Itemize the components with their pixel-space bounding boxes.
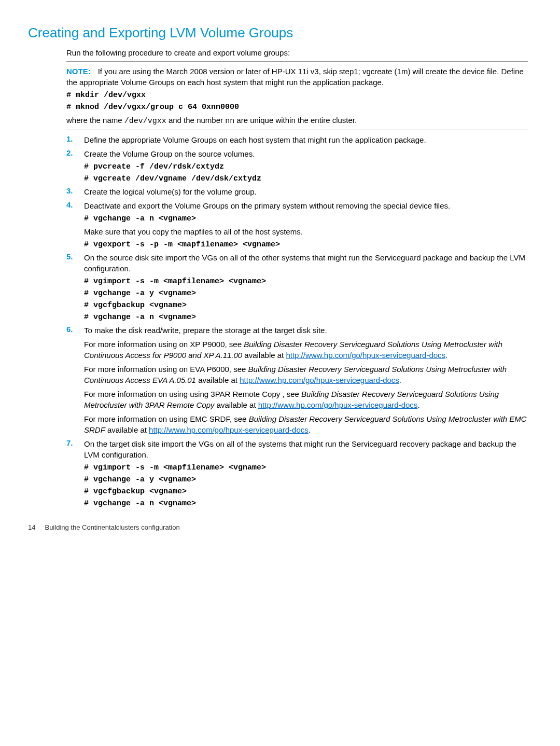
text: available at bbox=[217, 400, 258, 409]
page-footer: 14Building the Continentalclusters confi… bbox=[28, 523, 528, 531]
note-text: If you are using the March 2008 version … bbox=[66, 67, 524, 87]
reference-paragraph: For more information on using using 3PAR… bbox=[84, 389, 528, 410]
text: . bbox=[399, 376, 401, 384]
divider bbox=[66, 130, 528, 130]
command-line: # vgchange -a y <vgname> bbox=[84, 475, 528, 484]
step-item: On the source disk site import the VGs o… bbox=[66, 252, 528, 322]
document-page: Creating and Exporting LVM Volume Groups… bbox=[0, 0, 560, 547]
note-paragraph: NOTE:If you are using the March 2008 ver… bbox=[66, 66, 528, 88]
note-label: NOTE: bbox=[66, 67, 91, 76]
command-line: # vgchange -a y <vgname> bbox=[84, 289, 528, 298]
ordered-steps: Define the appropriate Volume Groups on … bbox=[66, 134, 528, 508]
hyperlink[interactable]: http://www.hp.com/go/hpux-serviceguard-d… bbox=[286, 351, 445, 360]
text: For more information using on EVA P6000,… bbox=[84, 365, 248, 374]
command-line: # vgcreate /dev/vgname /dev/dsk/cxtydz bbox=[84, 174, 528, 183]
text: . bbox=[309, 425, 311, 434]
step-text: On the source disk site import the VGs o… bbox=[84, 252, 528, 274]
step-text: On the target disk site import the VGs o… bbox=[84, 438, 528, 460]
hyperlink[interactable]: http://www.hp.com/go/hpux-serviceguard-d… bbox=[240, 376, 399, 384]
divider bbox=[66, 61, 528, 62]
page-number: 14 bbox=[28, 523, 35, 531]
command-line: # vgexport -s -p -m <mapfilename> <vgnam… bbox=[84, 240, 528, 249]
step-item: Create the Volume Group on the source vo… bbox=[66, 148, 528, 183]
step-text: To make the disk read/write, prepare the… bbox=[84, 325, 528, 336]
command-line: # vgimport -s -m <mapfilename> <vgname> bbox=[84, 463, 528, 472]
text: For more information on using using 3PAR… bbox=[84, 390, 301, 398]
text: available at bbox=[196, 376, 240, 384]
command-line: # vgchange -a n <vgname> bbox=[84, 313, 528, 322]
text: and the number bbox=[166, 116, 225, 125]
text: available at bbox=[105, 425, 149, 434]
step-text: Deactivate and export the Volume Groups … bbox=[84, 200, 528, 211]
command-line: # vgcfgbackup <vgname> bbox=[84, 487, 528, 496]
step-item: On the target disk site import the VGs o… bbox=[66, 438, 528, 508]
text: . bbox=[445, 351, 447, 360]
hyperlink[interactable]: http://www.hp.com/go/hpux-serviceguard-d… bbox=[258, 400, 418, 409]
text: where the name bbox=[66, 116, 124, 125]
command-line: # vgchange -a n <vgname> bbox=[84, 214, 528, 223]
hyperlink[interactable]: http://www.hp.com/go/hpux-serviceguard-d… bbox=[149, 425, 309, 434]
reference-paragraph: For more information using on XP P9000, … bbox=[84, 339, 528, 361]
inline-code: nn bbox=[225, 117, 234, 126]
text: For more information using on XP P9000, … bbox=[84, 340, 244, 349]
step-text: Define the appropriate Volume Groups on … bbox=[84, 134, 528, 145]
intro-paragraph: Run the following procedure to create an… bbox=[66, 47, 528, 58]
section-heading: Creating and Exporting LVM Volume Groups bbox=[28, 25, 528, 41]
step-item: Define the appropriate Volume Groups on … bbox=[66, 134, 528, 145]
text: For more information on using EMC SRDF, … bbox=[84, 415, 249, 423]
text: . bbox=[417, 400, 419, 409]
command-line: # vgcfgbackup <vgname> bbox=[84, 301, 528, 310]
inline-code: /dev/vgxx bbox=[124, 117, 166, 126]
chapter-title: Building the Continentalclusters configu… bbox=[45, 523, 179, 531]
step-text: Create the logical volume(s) for the vol… bbox=[84, 186, 528, 197]
command-line: # mkdir /dev/vgxx bbox=[66, 91, 528, 100]
reference-paragraph: For more information using on EVA P6000,… bbox=[84, 364, 528, 385]
where-paragraph: where the name /dev/vgxx and the number … bbox=[66, 115, 528, 127]
command-line: # mknod /dev/vgxx/group c 64 0xnn0000 bbox=[66, 103, 528, 112]
step-text: Create the Volume Group on the source vo… bbox=[84, 148, 528, 159]
command-line: # vgimport -s -m <mapfilename> <vgname> bbox=[84, 277, 528, 286]
command-line: # pvcreate -f /dev/rdsk/cxtydz bbox=[84, 162, 528, 171]
step-item: Deactivate and export the Volume Groups … bbox=[66, 200, 528, 249]
text: available at bbox=[242, 351, 286, 360]
command-line: # vgchange -a n <vgname> bbox=[84, 499, 528, 508]
step-item: Create the logical volume(s) for the vol… bbox=[66, 186, 528, 197]
step-item: To make the disk read/write, prepare the… bbox=[66, 325, 528, 435]
text: are unique within the entire cluster. bbox=[234, 116, 357, 125]
step-subtext: Make sure that you copy the mapfiles to … bbox=[84, 226, 528, 237]
section-body: Run the following procedure to create an… bbox=[66, 47, 528, 508]
reference-paragraph: For more information on using EMC SRDF, … bbox=[84, 413, 528, 435]
